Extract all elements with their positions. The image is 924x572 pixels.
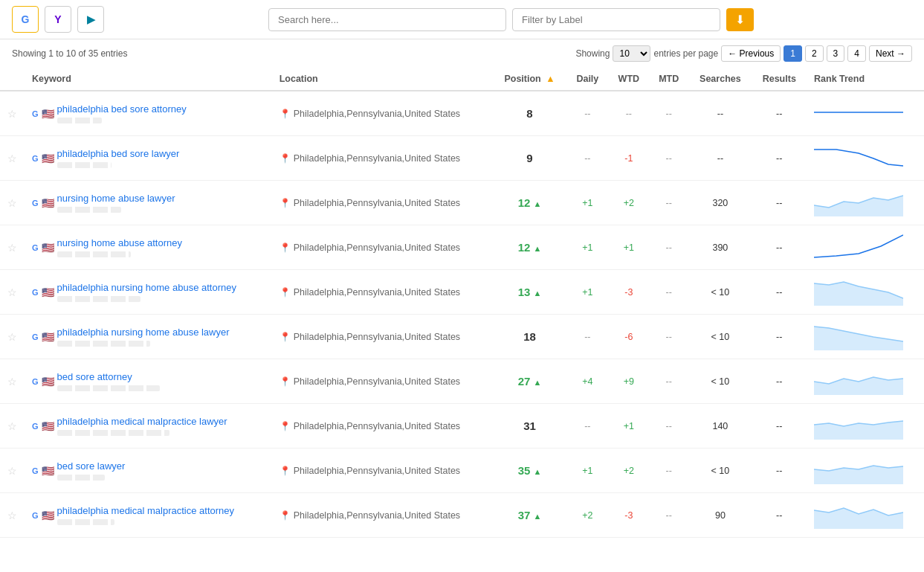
location-text: Philadelphia,Pennsylvania,United States [294,421,460,431]
engine-badge: G [32,199,39,208]
wtd-cell: +9 [609,359,650,404]
keyword-subtext [57,341,150,347]
location-pin-icon: 📍 [280,510,291,521]
keyword-link[interactable]: philadelphia medical malpractice attorne… [57,505,234,516]
mtd-cell: -- [649,404,688,449]
star-icon[interactable]: ☆ [7,286,17,298]
prev-page-btn[interactable]: ← Previous [721,45,781,62]
position-cell: 8 [493,91,566,136]
keyword-subtext [57,430,169,436]
table-row: ☆ G 🇺🇸 bed sore attorney 📍 Philadelphia,… [0,359,924,404]
table-row: ☆ G 🇺🇸 philadelphia nursing home abuse l… [0,315,924,359]
location-cell: 📍 Philadelphia,Pennsylvania,United State… [272,270,493,315]
next-page-btn[interactable]: Next → [869,45,912,62]
star-icon[interactable]: ☆ [7,331,17,343]
filter-input[interactable] [512,8,720,31]
per-page-select[interactable]: 10 25 50 100 [613,45,650,62]
location-pin-icon: 📍 [280,376,291,387]
bing-engine-btn[interactable]: ▶ [77,6,104,33]
star-icon[interactable]: ☆ [7,465,17,477]
svg-marker-6 [814,508,903,529]
position-cell: 12 ▲ [493,225,566,270]
rank-trend-cell [807,91,924,136]
table-row: ☆ G 🇺🇸 philadelphia bed sore lawyer 📍 Ph… [0,136,924,181]
star-cell: ☆ [0,136,25,181]
star-cell: ☆ [0,404,25,449]
page-4-btn[interactable]: 4 [847,45,866,62]
star-icon[interactable]: ☆ [7,420,17,432]
star-icon[interactable]: ☆ [7,108,17,120]
col-daily: Daily [566,68,608,91]
keyword-link[interactable]: nursing home abuse lawyer [57,193,175,204]
table-row: ☆ G 🇺🇸 philadelphia medical malpractice … [0,404,924,449]
col-mtd: MTD [649,68,688,91]
keyword-subtext [57,207,121,213]
download-button[interactable]: ⬇ [726,8,754,31]
keyword-cell: G 🇺🇸 bed sore lawyer [25,449,272,493]
info-bar: Showing 1 to 10 of 35 entries Showing 10… [0,39,924,68]
star-icon[interactable]: ☆ [7,242,17,254]
google-engine-btn[interactable]: G [12,6,39,33]
star-cell: ☆ [0,449,25,493]
flag-icon: 🇺🇸 [42,465,54,477]
location-pin-icon: 📍 [280,287,291,298]
table-row: ☆ G 🇺🇸 nursing home abuse lawyer 📍 Phila… [0,181,924,225]
search-input[interactable] [268,8,506,31]
searches-cell: -- [688,136,752,181]
location-pin-icon: 📍 [280,153,291,164]
keyword-link[interactable]: philadelphia nursing home abuse attorney [57,282,236,293]
location-pin-icon: 📍 [280,466,291,476]
engine-badge: G [32,466,39,475]
wtd-cell: -3 [609,493,650,538]
keyword-link[interactable]: philadelphia medical malpractice lawyer [57,416,227,427]
star-icon[interactable]: ☆ [7,510,17,521]
col-position[interactable]: Position ▲ [493,68,566,91]
col-rank-trend: Rank Trend [807,68,924,91]
yahoo-engine-btn[interactable]: Y [45,6,71,33]
mtd-cell: -- [649,315,688,359]
keyword-cell: G 🇺🇸 philadelphia medical malpractice at… [25,493,272,538]
keyword-link[interactable]: bed sore attorney [57,371,160,382]
keyword-cell: G 🇺🇸 philadelphia nursing home abuse law… [25,315,272,359]
location-text: Philadelphia,Pennsylvania,United States [294,376,460,387]
position-cell: 31 [493,404,566,449]
position-cell: 9 [493,136,566,181]
results-cell: -- [752,359,807,404]
keyword-link[interactable]: nursing home abuse attorney [57,237,182,248]
keyword-link[interactable]: philadelphia bed sore attorney [57,103,187,115]
location-cell: 📍 Philadelphia,Pennsylvania,United State… [272,225,493,270]
keyword-link[interactable]: bed sore lawyer [57,460,126,472]
searches-cell: 90 [688,493,752,538]
mtd-cell: -- [649,136,688,181]
results-cell: -- [752,225,807,270]
table-row: ☆ G 🇺🇸 philadelphia medical malpractice … [0,493,924,538]
keyword-cell: G 🇺🇸 bed sore attorney [25,359,272,404]
location-cell: 📍 Philadelphia,Pennsylvania,United State… [272,404,493,449]
engine-badge: G [32,154,39,163]
star-icon[interactable]: ☆ [7,197,17,209]
page-1-btn[interactable]: 1 [784,45,802,62]
location-pin-icon: 📍 [280,242,291,253]
keyword-link[interactable]: philadelphia bed sore lawyer [57,148,180,159]
location-text: Philadelphia,Pennsylvania,United States [294,198,460,208]
star-icon[interactable]: ☆ [7,152,17,164]
keyword-link[interactable]: philadelphia nursing home abuse lawyer [57,327,230,338]
page-2-btn[interactable]: 2 [805,45,824,62]
location-text: Philadelphia,Pennsylvania,United States [294,466,460,476]
star-icon[interactable]: ☆ [7,376,17,388]
rank-trend-cell [807,136,924,181]
table-row: ☆ G 🇺🇸 bed sore lawyer 📍 Philadelphia,Pe… [0,449,924,493]
star-cell: ☆ [0,181,25,225]
mtd-cell: -- [649,91,688,136]
col-keyword: Keyword [25,68,272,91]
wtd-cell: +1 [609,404,650,449]
position-cell: 35 ▲ [493,449,566,493]
showing-text: Showing 1 to 10 of 35 entries [12,48,127,59]
page-3-btn[interactable]: 3 [827,45,845,62]
download-icon: ⬇ [735,13,745,26]
col-wtd: WTD [609,68,650,91]
location-cell: 📍 Philadelphia,Pennsylvania,United State… [272,359,493,404]
daily-cell: +4 [566,359,608,404]
engine-badge: G [32,422,39,431]
keyword-cell: G 🇺🇸 philadelphia bed sore lawyer [25,136,272,181]
